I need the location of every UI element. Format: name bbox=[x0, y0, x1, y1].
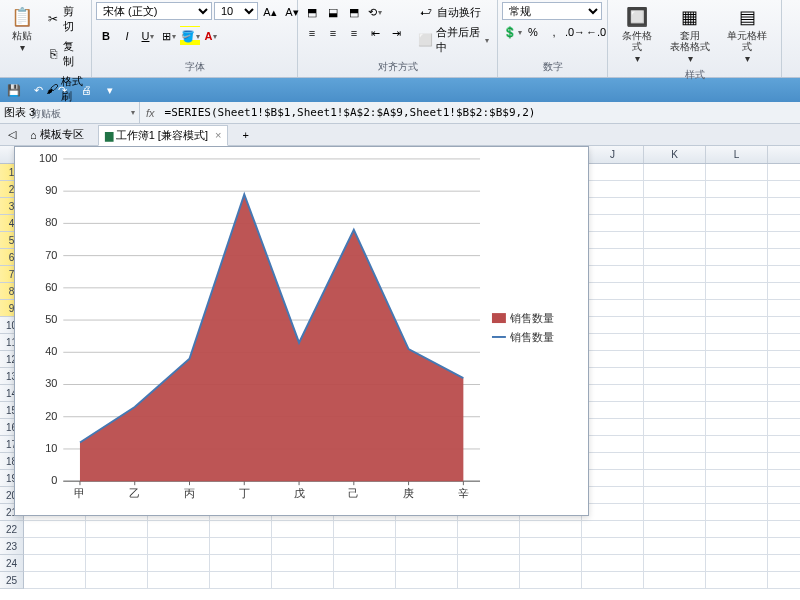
table-icon: ▦ bbox=[678, 5, 702, 29]
orientation-button[interactable]: ⟲▾ bbox=[365, 2, 385, 22]
align-bottom-button[interactable]: ⬒ bbox=[344, 2, 364, 22]
svg-text:70: 70 bbox=[45, 249, 57, 261]
svg-text:60: 60 bbox=[45, 281, 57, 293]
row-header[interactable]: 24 bbox=[0, 555, 24, 572]
align-center-button[interactable]: ≡ bbox=[323, 23, 343, 43]
wrap-icon: ⮐ bbox=[418, 4, 434, 20]
group-font-title: 字体 bbox=[96, 59, 293, 75]
svg-text:乙: 乙 bbox=[129, 487, 140, 499]
svg-text:己: 己 bbox=[348, 487, 359, 499]
merge-icon: ⬜ bbox=[418, 32, 433, 48]
svg-text:丙: 丙 bbox=[184, 487, 195, 499]
svg-text:30: 30 bbox=[45, 377, 57, 389]
col-header[interactable]: J bbox=[582, 146, 644, 163]
font-name-select[interactable]: 宋体 (正文) bbox=[96, 2, 212, 20]
save-button[interactable]: 💾 bbox=[4, 80, 24, 100]
cell-styles-button[interactable]: ▤单元格样式▾ bbox=[717, 2, 777, 67]
number-format-select[interactable]: 常规 bbox=[502, 2, 602, 20]
formula-bar: ▾ fx =SERIES(Sheet1!$B$1,Sheet1!$A$2:$A$… bbox=[0, 102, 800, 124]
svg-text:20: 20 bbox=[45, 410, 57, 422]
svg-text:100: 100 bbox=[39, 152, 57, 164]
row-header[interactable]: 25 bbox=[0, 572, 24, 589]
print-button[interactable]: 🖨 bbox=[76, 80, 96, 100]
format-table-button[interactable]: ▦套用 表格格式▾ bbox=[665, 2, 716, 67]
conditional-format-button[interactable]: 🔲条件格式▾ bbox=[612, 2, 663, 67]
tab-workbook[interactable]: ▆工作簿1 [兼容模式]× bbox=[98, 125, 229, 146]
wrap-text-button[interactable]: ⮐自动换行 bbox=[414, 2, 493, 22]
svg-text:销售数量: 销售数量 bbox=[509, 331, 554, 343]
ribbon: 📋 粘贴▾ ✂剪切 ⎘复制 🖌格式刷 剪贴板 宋体 (正文) 10 A▴ A▾ … bbox=[0, 0, 800, 78]
name-box-input[interactable] bbox=[4, 107, 130, 119]
merge-center-button[interactable]: ⬜合并后居中▾ bbox=[414, 23, 493, 57]
dec-decimal-button[interactable]: ←.0 bbox=[586, 22, 606, 42]
redo-button[interactable]: ↷ bbox=[52, 80, 72, 100]
undo-button[interactable]: ↶ bbox=[28, 80, 48, 100]
grow-font-button[interactable]: A▴ bbox=[260, 2, 280, 22]
inc-decimal-button[interactable]: .0→ bbox=[565, 22, 585, 42]
svg-text:40: 40 bbox=[45, 345, 57, 357]
svg-rect-39 bbox=[492, 313, 506, 323]
workbook-tabs: ◁ ⌂模板专区 ▆工作簿1 [兼容模式]× + bbox=[0, 124, 800, 146]
font-size-select[interactable]: 10 bbox=[214, 2, 258, 20]
tab-new[interactable]: + bbox=[236, 127, 254, 143]
formula-input[interactable]: =SERIES(Sheet1!$B$1,Sheet1!$A$2:$A$9,She… bbox=[161, 106, 800, 119]
font-color-button[interactable]: A▾ bbox=[201, 26, 221, 46]
tab-templates[interactable]: ⌂模板专区 bbox=[24, 125, 90, 144]
col-header[interactable]: K bbox=[644, 146, 706, 163]
group-align-title: 对齐方式 bbox=[302, 59, 493, 75]
cell-style-icon: ▤ bbox=[735, 5, 759, 29]
group-styles-title: 样式 bbox=[612, 67, 777, 83]
percent-button[interactable]: % bbox=[523, 22, 543, 42]
col-header[interactable]: L bbox=[706, 146, 768, 163]
svg-text:辛: 辛 bbox=[458, 487, 469, 499]
svg-text:甲: 甲 bbox=[74, 487, 85, 499]
svg-text:10: 10 bbox=[45, 442, 57, 454]
row-header[interactable]: 22 bbox=[0, 521, 24, 538]
svg-text:0: 0 bbox=[51, 474, 57, 486]
worksheet-grid[interactable]: ABCDEFGHIJKL 123456789101112131415161718… bbox=[0, 146, 800, 600]
border-button[interactable]: ⊞▾ bbox=[159, 26, 179, 46]
cond-format-icon: 🔲 bbox=[625, 5, 649, 29]
cut-button[interactable]: ✂剪切 bbox=[42, 2, 87, 36]
indent-inc-button[interactable]: ⇥ bbox=[386, 23, 406, 43]
underline-button[interactable]: U▾ bbox=[138, 26, 158, 46]
svg-text:丁: 丁 bbox=[239, 487, 250, 499]
align-left-button[interactable]: ≡ bbox=[302, 23, 322, 43]
copy-icon: ⎘ bbox=[46, 46, 60, 62]
fill-color-button[interactable]: 🪣▾ bbox=[180, 26, 200, 46]
svg-text:80: 80 bbox=[45, 216, 57, 228]
excel-icon: ▆ bbox=[105, 129, 113, 142]
home-icon: ⌂ bbox=[30, 129, 37, 141]
paste-button[interactable]: 📋 粘贴▾ bbox=[4, 2, 40, 56]
indent-dec-button[interactable]: ⇤ bbox=[365, 23, 385, 43]
currency-button[interactable]: 💲▾ bbox=[502, 22, 522, 42]
group-number-title: 数字 bbox=[502, 59, 603, 75]
row-header[interactable]: 23 bbox=[0, 538, 24, 555]
align-top-button[interactable]: ⬒ bbox=[302, 2, 322, 22]
comma-button[interactable]: , bbox=[544, 22, 564, 42]
chart-svg: 0102030405060708090100甲乙丙丁戊己庚辛销售数量销售数量 bbox=[15, 147, 588, 515]
align-middle-button[interactable]: ⬓ bbox=[323, 2, 343, 22]
svg-text:50: 50 bbox=[45, 313, 57, 325]
copy-button[interactable]: ⎘复制 bbox=[42, 37, 87, 71]
svg-text:庚: 庚 bbox=[403, 487, 414, 499]
paste-icon: 📋 bbox=[10, 5, 34, 29]
scissors-icon: ✂ bbox=[46, 11, 60, 27]
embedded-chart[interactable]: 0102030405060708090100甲乙丙丁戊己庚辛销售数量销售数量 bbox=[14, 146, 589, 516]
svg-text:戊: 戊 bbox=[294, 487, 305, 499]
fx-icon[interactable]: fx bbox=[140, 107, 161, 119]
svg-text:销售数量: 销售数量 bbox=[509, 312, 554, 324]
tab-back-icon[interactable]: ◁ bbox=[8, 128, 16, 141]
italic-button[interactable]: I bbox=[117, 26, 137, 46]
qat-more-button[interactable]: ▾ bbox=[100, 80, 120, 100]
bold-button[interactable]: B bbox=[96, 26, 116, 46]
svg-text:90: 90 bbox=[45, 184, 57, 196]
name-box[interactable]: ▾ bbox=[0, 102, 140, 123]
close-tab-icon[interactable]: × bbox=[215, 129, 221, 141]
align-right-button[interactable]: ≡ bbox=[344, 23, 364, 43]
